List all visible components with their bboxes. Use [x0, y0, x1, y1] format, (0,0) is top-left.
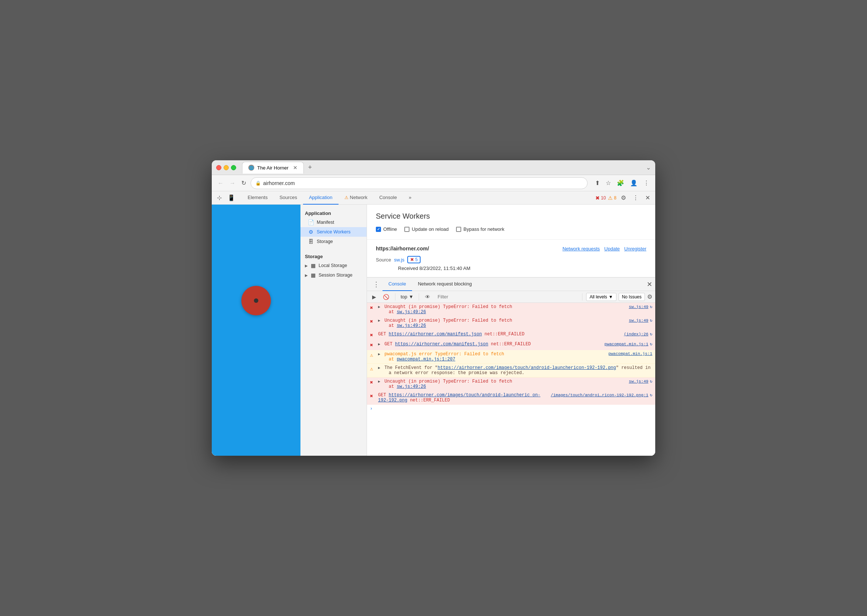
sidebar-item-service-workers[interactable]: ⚙ Service Workers [301, 227, 367, 237]
expand-6[interactable]: ▶ [378, 366, 380, 370]
devtools-settings-button[interactable]: ⚙ [619, 193, 628, 203]
link-3[interactable]: https://airhorner.com/manifest.json [389, 332, 482, 337]
warning-badge[interactable]: ⚠ 8 [608, 195, 616, 201]
devtools-close-button[interactable]: ✕ [643, 193, 652, 203]
tab-application[interactable]: Application [303, 191, 339, 204]
expand-1[interactable]: ▶ [378, 305, 380, 309]
minimize-button[interactable] [224, 165, 229, 170]
sw-actions: Network requests Update Unregister [563, 246, 646, 251]
execute-button[interactable]: ▶ [370, 293, 378, 301]
sw-error-badge[interactable]: ✖ 5 [407, 256, 421, 263]
offline-checkbox[interactable]: ✓ Offline [376, 226, 397, 232]
address-bar-input[interactable]: 🔒 airhorner.com [251, 177, 588, 189]
console-menu-icon[interactable]: ⋮ [370, 280, 383, 288]
no-issues-button[interactable]: No Issues [619, 293, 645, 301]
more-options-icon[interactable]: ⋮ [642, 178, 651, 188]
console-prompt[interactable]: › [367, 405, 655, 413]
expand-arrow-local: ▶ [305, 264, 308, 268]
maximize-button[interactable] [231, 165, 236, 170]
sw-received: Received 8/23/2022, 11:51:40 AM [398, 266, 646, 271]
inspect-element-button[interactable]: ⊹ [215, 193, 224, 203]
msg-source-8: /images/touch/androi…ricon-192-192.png:1… [551, 393, 652, 398]
update-on-reload-checkbox-box[interactable] [404, 227, 410, 232]
share-icon[interactable]: ⬆ [594, 178, 601, 188]
link-2[interactable]: sw.js:49:26 [397, 323, 426, 328]
tab-more[interactable]: » [403, 191, 417, 204]
bypass-for-network-checkbox-box[interactable] [456, 227, 461, 232]
expand-5[interactable]: ▶ [378, 352, 380, 357]
eye-icon-button[interactable]: 👁 [423, 293, 432, 301]
error-icon-1: ✖ [370, 305, 376, 311]
msg-content-7: ▶ Uncaught (in promise) TypeError: Faile… [378, 379, 629, 389]
msg-content-3: GET https://airhorner.com/manifest.json … [378, 332, 624, 337]
error-icon-4: ✖ [370, 342, 376, 348]
link-4[interactable]: https://airhorner.com/manifest.json [395, 342, 488, 347]
msg-source-2: sw.js:49 ↻ [629, 318, 652, 323]
sw-source-file[interactable]: sw.js [394, 257, 404, 262]
forward-button[interactable]: → [228, 178, 237, 188]
tab-console[interactable]: Console [373, 191, 403, 204]
link-7[interactable]: sw.js:49:26 [397, 384, 426, 389]
back-button[interactable]: ← [216, 178, 225, 188]
warning-icon-6: ⚠ [370, 366, 376, 372]
tab-close-button[interactable]: ✕ [293, 165, 298, 171]
link-1[interactable]: sw.js:49:26 [397, 310, 426, 315]
browser-tab-active[interactable]: 🌐 The Air Horner ✕ [242, 162, 304, 174]
link-8[interactable]: https://airhorner.com/images/touch/andro… [378, 393, 540, 403]
url-display: airhorner.com [263, 180, 583, 186]
context-selector[interactable]: top ▼ [399, 293, 415, 300]
levels-chevron: ▼ [608, 294, 613, 300]
console-filter-input[interactable] [435, 292, 579, 301]
network-requests-link[interactable]: Network requests [563, 246, 600, 251]
sidebar-item-manifest[interactable]: 📄 Manifest [301, 217, 367, 227]
tab-network[interactable]: ⚠ Network [339, 191, 374, 204]
expand-4[interactable]: ▶ [378, 343, 380, 346]
update-on-reload-checkbox[interactable]: Update on reload [404, 226, 449, 232]
expand-7[interactable]: ▶ [378, 380, 380, 384]
console-tab-console[interactable]: Console [383, 278, 412, 291]
msg-content-1: ▶ Uncaught (in promise) TypeError: Faile… [378, 304, 629, 315]
console-message-5: ⚠ ▶ pwacompat.js error TypeError: Failed… [367, 350, 655, 364]
new-tab-button[interactable]: + [305, 163, 315, 171]
profile-icon[interactable]: 👤 [629, 178, 639, 188]
console-message-1: ✖ ▶ Uncaught (in promise) TypeError: Fai… [367, 303, 655, 316]
console-message-2: ✖ ▶ Uncaught (in promise) TypeError: Fai… [367, 316, 655, 330]
browser-window: 🌐 The Air Horner ✕ + ⌄ ← → ↻ 🔒 airhorner… [212, 160, 655, 456]
error-badge[interactable]: ✖ 10 [595, 195, 606, 201]
console-messages: ✖ ▶ Uncaught (in promise) TypeError: Fai… [367, 303, 655, 456]
extensions-icon[interactable]: 🧩 [615, 178, 626, 188]
console-close-button[interactable]: ✕ [647, 280, 652, 288]
sidebar-item-session-storage[interactable]: ▶ ▦ Session Storage [301, 270, 367, 280]
sidebar-item-local-storage[interactable]: ▶ ▦ Local Storage [301, 261, 367, 270]
unregister-link[interactable]: Unregister [624, 246, 646, 251]
error-icon-7: ✖ [370, 379, 376, 385]
link-5[interactable]: pwacompat.min.js:1:207 [397, 357, 455, 362]
update-link[interactable]: Update [604, 246, 620, 251]
close-button[interactable] [216, 165, 221, 170]
bookmark-icon[interactable]: ☆ [604, 178, 612, 188]
all-levels-button[interactable]: All levels ▼ [586, 293, 616, 301]
toolbar-divider-2 [419, 293, 419, 301]
refresh-button[interactable]: ↻ [240, 178, 247, 188]
bypass-for-network-checkbox[interactable]: Bypass for network [456, 226, 504, 232]
msg-source-4: pwacompat.min.js:1 ↻ [605, 342, 652, 346]
devtools-more-button[interactable]: ⋮ [631, 193, 641, 203]
msg-content-2: ▶ Uncaught (in promise) TypeError: Faile… [378, 318, 629, 328]
tab-sources[interactable]: Sources [273, 191, 303, 204]
manifest-icon: 📄 [308, 219, 314, 225]
console-message-7: ✖ ▶ Uncaught (in promise) TypeError: Fai… [367, 377, 655, 391]
tab-elements[interactable]: Elements [242, 191, 273, 204]
tab-menu-button[interactable]: ⌄ [646, 164, 651, 171]
clear-console-button[interactable]: 🚫 [381, 293, 391, 301]
console-message-3: ✖ GET https://airhorner.com/manifest.jso… [367, 330, 655, 340]
sidebar-item-storage[interactable]: 🗄 Storage [301, 237, 367, 246]
expand-2[interactable]: ▶ [378, 319, 380, 323]
link-6[interactable]: https://airhorner.com/images/touch/andro… [438, 365, 616, 371]
msg-content-8: GET https://airhorner.com/images/touch/a… [378, 393, 551, 403]
offline-checkbox-box[interactable]: ✓ [376, 227, 381, 232]
device-toolbar-button[interactable]: 📱 [225, 193, 237, 203]
msg-content-5: ▶ pwacompat.js error TypeError: Failed t… [378, 352, 608, 362]
console-tab-network-blocking[interactable]: Network request blocking [412, 278, 478, 291]
address-bar: ← → ↻ 🔒 airhorner.com ⬆ ☆ 🧩 👤 ⋮ [212, 175, 655, 191]
console-settings-button[interactable]: ⚙ [647, 293, 652, 300]
